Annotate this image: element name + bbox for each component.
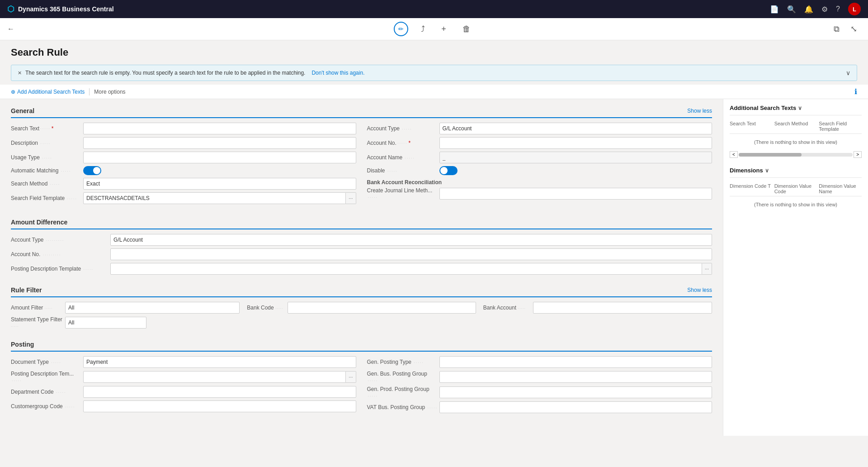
amt-diff-account-type-select[interactable]: G/L Account Customer Vendor: [110, 234, 712, 246]
sidebar-dimensions-section: Dimensions ∨ Dimension Code T Dimension …: [730, 167, 862, 211]
amt-diff-account-type-row: Account Type ········· G/L Account Custo…: [11, 234, 712, 246]
gear-icon[interactable]: ⚙: [821, 5, 828, 14]
vat-bus-posting-group-select[interactable]: [439, 401, 712, 413]
document-type-select[interactable]: Payment Invoice Credit Memo: [83, 356, 356, 368]
add-search-texts-button[interactable]: ⊕ Add Additional Search Texts: [11, 89, 85, 95]
vat-bus-posting-group-label: VAT Bus. Posting Group ·····: [367, 404, 439, 410]
department-code-select[interactable]: [83, 386, 356, 398]
rule-filter-title: Rule Filter: [11, 286, 42, 294]
back-button[interactable]: ←: [7, 25, 14, 33]
posting-desc-input[interactable]: [83, 371, 346, 383]
collapse-button[interactable]: ⤡: [847, 22, 861, 36]
sidebar-scroll-nav: < >: [730, 151, 862, 158]
alert-link[interactable]: Don't show this again.: [311, 70, 364, 76]
account-type-select[interactable]: G/L Account Customer Vendor Bank Account: [439, 123, 712, 134]
toggle-switch[interactable]: [83, 166, 101, 175]
gen-posting-type-select[interactable]: Purchase Sale: [439, 356, 712, 368]
document-type-label: Document Type ·····: [11, 359, 83, 365]
additional-search-texts-empty: (There is nothing to show in this view): [730, 136, 862, 148]
search-icon[interactable]: 🔍: [787, 5, 796, 14]
avatar[interactable]: L: [848, 3, 861, 15]
bank-code-select[interactable]: [288, 302, 476, 314]
search-field-template-more-btn[interactable]: ···: [346, 192, 356, 204]
search-field-template-label: Search Field Template ·····: [11, 195, 83, 201]
search-text-col-header: Search Text: [730, 121, 773, 132]
account-name-row: Account Name ·····: [367, 152, 712, 163]
general-show-less-button[interactable]: Show less: [687, 108, 712, 114]
sidebar-scroll-right[interactable]: >: [854, 151, 862, 158]
info-area: ℹ: [854, 87, 857, 96]
posting-left-col: Document Type ····· Payment Invoice Cred…: [11, 356, 356, 416]
add-button[interactable]: +: [438, 23, 450, 36]
general-section-header: General Show less: [11, 105, 712, 118]
statement-type-select[interactable]: All Open Closed: [65, 317, 146, 329]
customergroup-code-select[interactable]: [83, 400, 356, 412]
search-text-input[interactable]: [83, 123, 356, 134]
alert-expand-icon[interactable]: ∨: [846, 69, 850, 76]
description-label: Description ·····: [11, 140, 83, 146]
help-icon[interactable]: ?: [836, 5, 840, 13]
usage-type-select[interactable]: Payment Invoice: [83, 152, 356, 163]
rule-filter-show-less-button[interactable]: Show less: [687, 287, 712, 293]
delete-button[interactable]: 🗑: [459, 23, 474, 36]
info-icon[interactable]: ℹ: [854, 88, 857, 95]
posting-desc-control: ···: [83, 371, 356, 383]
create-journal-select[interactable]: Always Never: [439, 188, 712, 200]
search-text-control: [83, 123, 356, 134]
gen-prod-posting-group-control: [439, 386, 712, 398]
bank-code-item: Bank Code ·····: [247, 302, 476, 314]
dimensions-expand[interactable]: ∨: [765, 167, 769, 174]
account-no-select[interactable]: [439, 137, 712, 149]
search-field-template-input[interactable]: DESCTRANSACDETAILS: [83, 192, 346, 204]
document-icon[interactable]: 📄: [770, 5, 779, 14]
search-method-select[interactable]: Exact Contains Starts With: [83, 178, 356, 190]
topbar-icons: 📄 🔍 🔔 ⚙ ? L: [770, 3, 861, 15]
customergroup-code-row: Customergroup Code ·····: [11, 400, 356, 412]
bank-account-select[interactable]: [533, 302, 712, 314]
search-method-row: Search Method ····· Exact Contains Start…: [11, 178, 356, 190]
disable-control: [439, 166, 712, 175]
alert-message: The search text for the search rule is e…: [25, 70, 305, 76]
amount-filter-select[interactable]: All Positive Negative: [65, 302, 240, 314]
amt-diff-account-no-select[interactable]: [110, 248, 712, 260]
sidebar-scroll-left[interactable]: <: [730, 151, 738, 158]
more-options-button[interactable]: More options: [94, 89, 125, 95]
create-journal-row: Create Journal Line Meth... ····· Always…: [367, 187, 712, 200]
rule-filter-row1: Amount Filter ····· All Positive Negativ…: [11, 302, 712, 314]
page-header-area: Search Rule: [0, 40, 868, 61]
search-field-template-row: Search Field Template ····· DESCTRANSACD…: [11, 192, 356, 204]
share-button[interactable]: ⤴: [417, 23, 429, 36]
posting-desc-more-btn[interactable]: ···: [346, 371, 356, 383]
department-code-control: [83, 386, 356, 398]
alert-close-icon[interactable]: ✕: [18, 70, 22, 76]
description-control: [83, 137, 356, 149]
disable-toggle[interactable]: [439, 166, 458, 175]
amt-diff-account-no-label: Account No. ·········: [11, 251, 110, 257]
amt-diff-posting-desc-input[interactable]: [110, 263, 702, 275]
main-scroll[interactable]: ← ✏ ⤴ + 🗑 ⧉ ⤡ Search Rule ✕ The search t…: [0, 18, 868, 467]
account-no-required: *: [408, 140, 410, 146]
action-divider: [89, 88, 90, 95]
edit-button[interactable]: ✏: [394, 22, 408, 36]
sidebar-scrollbar-thumb: [739, 153, 802, 157]
bell-icon[interactable]: 🔔: [804, 5, 813, 14]
expand-button[interactable]: ⧉: [830, 22, 843, 36]
gen-bus-posting-group-select[interactable]: [439, 371, 712, 383]
description-input[interactable]: [83, 137, 356, 149]
gen-prod-posting-group-select[interactable]: [439, 386, 712, 398]
usage-type-row: Usage Type ····· Payment Invoice: [11, 152, 356, 163]
additional-search-texts-expand[interactable]: ∨: [798, 105, 802, 111]
amt-diff-account-type-label: Account Type ·········: [11, 237, 110, 243]
amount-filter-item: Amount Filter ····· All Positive Negativ…: [11, 302, 240, 314]
amt-diff-account-no-control: [110, 248, 712, 260]
account-no-label: Account No. ····· *: [367, 140, 439, 146]
search-field-template-col-header: Search Field Template: [819, 121, 862, 132]
main-container: ← ✏ ⤴ + 🗑 ⧉ ⤡ Search Rule ✕ The search t…: [0, 18, 868, 467]
general-section: General Show less Search Text ····· *: [11, 105, 712, 207]
amt-diff-posting-desc-control: ···: [110, 263, 712, 275]
usage-type-label: Usage Type ·····: [11, 154, 83, 161]
create-journal-control: Always Never: [439, 188, 712, 200]
amt-diff-posting-more-btn[interactable]: ···: [702, 263, 712, 275]
statement-type-control: All Open Closed: [65, 317, 146, 329]
bank-account-item: Bank Account ·····: [483, 302, 712, 314]
